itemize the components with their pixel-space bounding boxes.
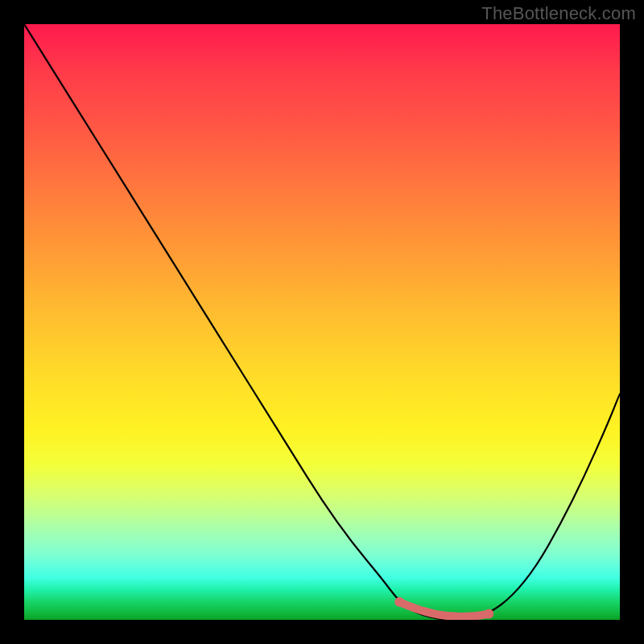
svg-point-1 [484,609,493,619]
plot-area [24,24,620,620]
watermark-text: TheBottleneck.com [481,3,636,24]
optimal-range-highlight [24,24,620,620]
chart-frame: TheBottleneck.com [0,0,644,644]
